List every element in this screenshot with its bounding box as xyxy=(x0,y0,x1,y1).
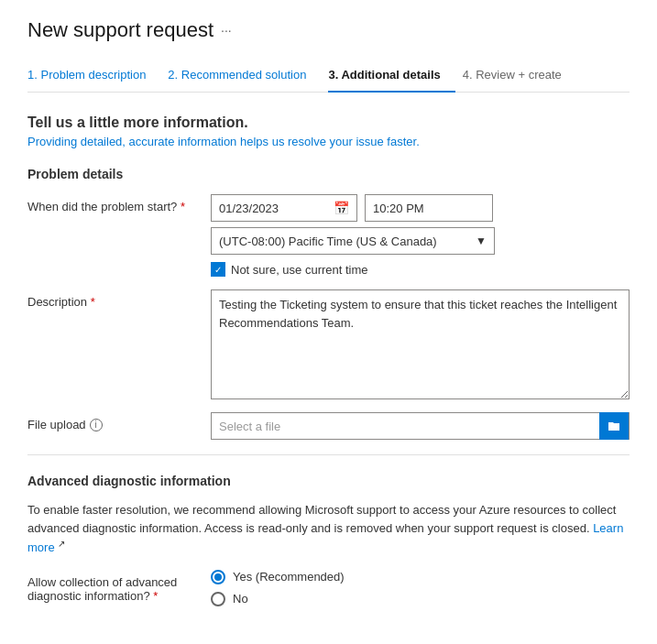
required-star: * xyxy=(181,200,185,213)
time-value: 10:20 PM xyxy=(373,202,424,215)
date-input[interactable]: 01/23/2023 📅 xyxy=(211,194,357,222)
section-divider xyxy=(27,454,630,455)
wizard-step-1[interactable]: 1. Problem description xyxy=(27,60,160,93)
file-upload-controls: Select a file xyxy=(211,412,630,440)
allow-required-star: * xyxy=(153,589,158,603)
not-sure-label: Not sure, use current time xyxy=(231,263,368,277)
page-title-ellipsis[interactable]: ··· xyxy=(221,23,232,38)
chevron-down-icon: ▼ xyxy=(476,235,487,247)
description-controls: Testing the Ticketing system to ensure t… xyxy=(211,289,630,399)
wizard-steps: 1. Problem description 2. Recommended so… xyxy=(27,60,630,93)
no-label: No xyxy=(233,592,248,606)
file-upload-label: File upload i xyxy=(27,412,211,431)
yes-radio-row[interactable]: Yes (Recommended) xyxy=(211,570,630,584)
section-subtitle: Providing detailed, accurate information… xyxy=(27,135,630,148)
advanced-info-text: To enable faster resolution, we recommen… xyxy=(27,501,630,557)
advanced-section: Advanced diagnostic information To enabl… xyxy=(27,474,630,606)
timezone-value: (UTC-08:00) Pacific Time (US & Canada) xyxy=(219,235,437,248)
description-required-star: * xyxy=(91,295,95,309)
time-input[interactable]: 10:20 PM xyxy=(365,194,493,222)
file-upload-info-icon[interactable]: i xyxy=(90,419,103,431)
not-sure-checkbox-row[interactable]: ✓ Not sure, use current time xyxy=(211,262,630,277)
file-upload-input-row: Select a file xyxy=(211,412,630,440)
no-radio-row[interactable]: No xyxy=(211,592,630,606)
allow-collection-label: Allow collection of advanced diagnostic … xyxy=(27,570,211,603)
wizard-step-2[interactable]: 2. Recommended solution xyxy=(168,60,321,93)
description-textarea[interactable]: Testing the Ticketing system to ensure t… xyxy=(211,289,630,399)
file-upload-button[interactable] xyxy=(599,412,629,440)
file-input-placeholder[interactable]: Select a file xyxy=(212,416,599,437)
file-upload-row: File upload i Select a file xyxy=(27,412,630,440)
section-title: Tell us a little more information. xyxy=(27,115,630,131)
advanced-header: Advanced diagnostic information xyxy=(27,474,630,488)
allow-collection-row: Allow collection of advanced diagnostic … xyxy=(27,570,630,606)
description-row: Description * Testing the Ticketing syst… xyxy=(27,289,630,399)
page-title: New support request xyxy=(27,18,214,42)
yes-label: Yes (Recommended) xyxy=(233,570,345,584)
datetime-row: 01/23/2023 📅 10:20 PM xyxy=(211,194,630,222)
wizard-step-3[interactable]: 3. Additional details xyxy=(328,60,454,93)
problem-start-row: When did the problem start? * 01/23/2023… xyxy=(27,194,630,277)
folder-icon xyxy=(608,420,620,432)
wizard-step-4: 4. Review + create xyxy=(463,60,576,93)
calendar-icon: 📅 xyxy=(334,201,349,215)
not-sure-checkbox[interactable]: ✓ xyxy=(211,262,225,277)
date-value: 01/23/2023 xyxy=(219,202,279,215)
allow-collection-controls: Yes (Recommended) No xyxy=(211,570,630,606)
problem-start-label: When did the problem start? * xyxy=(27,194,211,213)
problem-details-header: Problem details xyxy=(27,167,630,181)
timezone-dropdown[interactable]: (UTC-08:00) Pacific Time (US & Canada) ▼ xyxy=(211,227,495,255)
external-link-icon: ↗ xyxy=(58,539,65,549)
checkmark-icon: ✓ xyxy=(214,265,222,275)
radio-group: Yes (Recommended) No xyxy=(211,570,630,606)
yes-radio[interactable] xyxy=(211,570,225,584)
description-label: Description * xyxy=(27,289,211,309)
problem-start-controls: 01/23/2023 📅 10:20 PM (UTC-08:00) Pacifi… xyxy=(211,194,630,277)
no-radio[interactable] xyxy=(211,592,225,606)
